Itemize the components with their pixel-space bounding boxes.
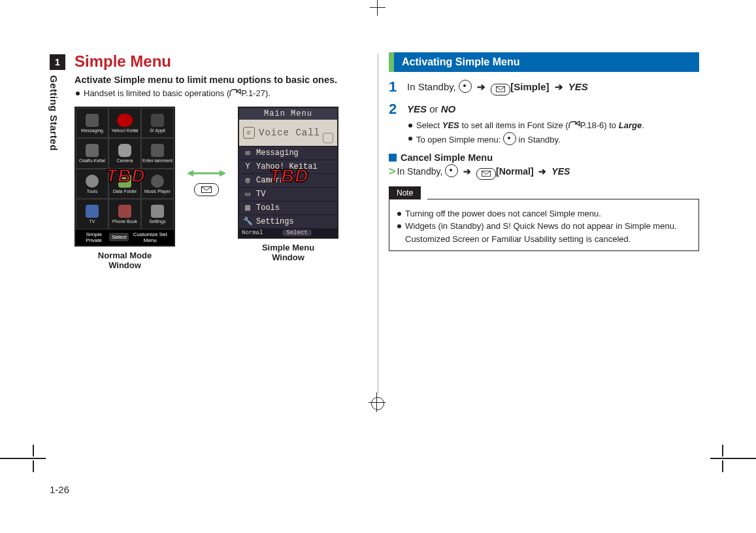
grid-s-appli: S! Appli bbox=[141, 108, 174, 139]
left-column: Simple Menu Activate Simple menu to limi… bbox=[74, 52, 365, 271]
note-label: Note bbox=[389, 186, 421, 199]
intro-bullets: Handset is limited to basic operations (… bbox=[74, 88, 365, 100]
sm-messaging: ✉Messaging bbox=[239, 146, 337, 160]
center-key-icon bbox=[445, 164, 458, 177]
crossref-icon bbox=[568, 121, 580, 129]
camera-icon bbox=[118, 144, 131, 157]
music-player-icon bbox=[151, 175, 164, 188]
grid-tv: TV bbox=[76, 199, 108, 230]
square-bullet-icon bbox=[389, 154, 397, 162]
simple-menu-voice: ✆ Voice Call bbox=[239, 120, 337, 146]
simple-menu-shot: Main Menu ✆ Voice Call ✉Messaging YYahoo… bbox=[238, 107, 338, 263]
simple-menu-phone: Main Menu ✆ Voice Call ✉Messaging YYahoo… bbox=[238, 107, 338, 239]
step-number: 2 bbox=[389, 102, 401, 116]
grid-phone-book: Phone Book bbox=[108, 199, 141, 230]
page-number: 1-26 bbox=[50, 484, 69, 495]
section-accent-bar bbox=[389, 52, 394, 72]
tools-icon bbox=[86, 175, 99, 188]
mail-icon: ✉ bbox=[243, 149, 252, 157]
svg-marker-2 bbox=[220, 170, 226, 177]
phone-small-icon bbox=[323, 133, 333, 143]
cancel-heading: Cancel Simple Menu bbox=[389, 152, 699, 163]
data-folder-icon bbox=[118, 175, 131, 188]
page-title: Simple Menu bbox=[74, 52, 365, 71]
simple-caption: Simple Menu Window bbox=[238, 243, 338, 263]
step-1: 1 In Standby, ➔ [Simple] ➔ YES bbox=[389, 80, 699, 95]
step-body: In Standby, ➔ [Simple] ➔ YES bbox=[407, 80, 699, 95]
right-column: Activating Simple Menu 1 In Standby, ➔ [… bbox=[389, 52, 699, 251]
note-item: Turning off the power does not cancel Si… bbox=[396, 207, 692, 220]
tools-small-icon: ▤ bbox=[243, 204, 252, 212]
sm-settings: 🔧Settings bbox=[239, 215, 337, 228]
normal-softkeys: Simple Private Select Customize Set Menu bbox=[76, 230, 174, 245]
section-title: Activating Simple Menu bbox=[394, 52, 699, 72]
chapter-tab: 1 bbox=[50, 54, 65, 70]
entertainment-icon bbox=[151, 144, 164, 157]
simple-menu-title: Main Menu bbox=[239, 108, 337, 120]
sm-tools: ▤Tools bbox=[239, 201, 337, 215]
normal-caption: Normal Mode Window bbox=[74, 250, 175, 271]
settings-icon bbox=[151, 205, 164, 218]
phone-book-icon bbox=[118, 205, 131, 218]
grid-osaifu: Osaifu-Keitai bbox=[76, 138, 108, 169]
normal-mode-phone: Messaging Yahoo! Keitai S! Appli Osaifu-… bbox=[74, 107, 175, 247]
osaifu-icon bbox=[86, 144, 99, 157]
sm-camera: ◎Camera bbox=[239, 173, 337, 187]
grid-tools: Tools bbox=[76, 169, 108, 199]
yahoo-y-icon: Y bbox=[243, 163, 252, 171]
note-bullets: Turning off the power does not cancel Si… bbox=[396, 207, 692, 246]
note-top-border bbox=[427, 199, 699, 199]
sm-tv: ▭TV bbox=[239, 187, 337, 201]
svg-marker-1 bbox=[187, 170, 193, 177]
simple-softkeys: Normal Select bbox=[239, 228, 337, 237]
normal-mode-shot: Messaging Yahoo! Keitai S! Appli Osaifu-… bbox=[74, 107, 175, 271]
step-2: 2 YES or NO Select YES to set all items … bbox=[389, 102, 699, 146]
grid-music-player: Music Player bbox=[141, 169, 174, 199]
note-item: Widgets (in Standby) and S! Quick News d… bbox=[396, 220, 692, 245]
step-2-sub-1: Select YES to set all items in Font Size… bbox=[407, 119, 699, 132]
grid-entertainment: Enter-tainment bbox=[141, 138, 174, 169]
column-divider bbox=[378, 54, 378, 394]
messaging-icon bbox=[86, 114, 99, 127]
mail-key-icon bbox=[194, 183, 219, 196]
grid-messaging: Messaging bbox=[76, 108, 108, 139]
crop-mark-left bbox=[0, 458, 46, 459]
arrow-block bbox=[187, 169, 226, 196]
yahoo-icon bbox=[117, 114, 133, 127]
side-section-label: Getting Started bbox=[48, 75, 59, 151]
sm-yahoo: YYahoo! Keitai bbox=[239, 160, 337, 173]
center-key-icon bbox=[503, 132, 516, 145]
crossref-icon bbox=[229, 89, 241, 97]
screenshots-row: Messaging Yahoo! Keitai S! Appli Osaifu-… bbox=[74, 107, 365, 271]
center-key-icon bbox=[459, 80, 472, 93]
cancel-line: >In Standby, ➔ [Normal] ➔ YES bbox=[389, 164, 699, 180]
tv-small-icon: ▭ bbox=[243, 190, 252, 198]
grid-camera: Camera bbox=[108, 138, 141, 169]
voice-call-icon: ✆ bbox=[243, 127, 255, 139]
grid-settings: Settings bbox=[141, 199, 174, 230]
step-2-sub-2: To open Simple menu: in Standby. bbox=[407, 132, 699, 146]
tv-icon bbox=[86, 205, 99, 218]
section-header: Activating Simple Menu bbox=[389, 52, 699, 72]
lead-text: Activate Simple menu to limit menu optio… bbox=[74, 75, 365, 85]
intro-bullet: Handset is limited to basic operations (… bbox=[74, 88, 365, 100]
camera-small-icon: ◎ bbox=[243, 177, 252, 184]
wrench-icon: 🔧 bbox=[243, 218, 252, 226]
chevron-right-icon: > bbox=[389, 165, 396, 178]
page: 1 Getting Started Simple Menu Activate S… bbox=[0, 0, 756, 533]
step-number: 1 bbox=[389, 80, 401, 94]
grid-yahoo-keitai: Yahoo! Keitai bbox=[108, 108, 141, 139]
mail-key-icon bbox=[491, 84, 510, 95]
crop-mark-right bbox=[710, 458, 756, 459]
grid-data-folder: Data Folder bbox=[108, 169, 141, 199]
note-box: Note Turning off the power does not canc… bbox=[389, 199, 699, 252]
crop-mark-top bbox=[370, 0, 386, 16]
double-arrow-icon bbox=[187, 169, 226, 178]
step-body: YES or NO Select YES to set all items in… bbox=[407, 102, 699, 146]
appli-icon bbox=[151, 114, 164, 127]
mail-key-icon bbox=[476, 168, 496, 180]
step-2-sub-bullets: Select YES to set all items in Font Size… bbox=[407, 119, 699, 146]
